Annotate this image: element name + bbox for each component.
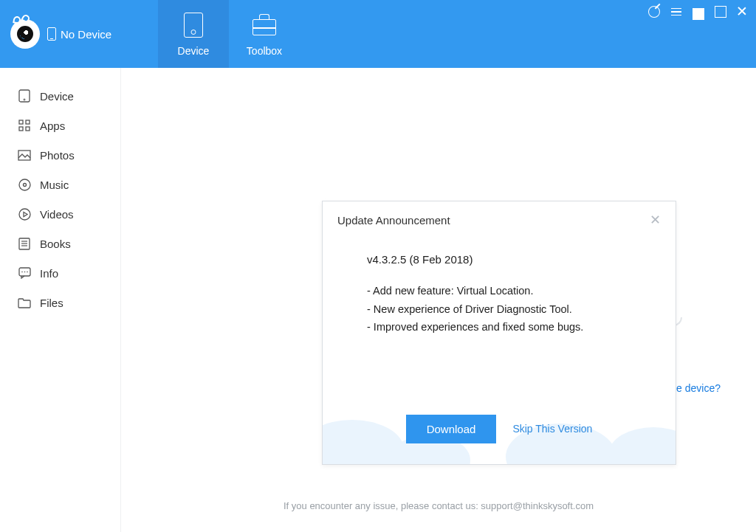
window-controls: [648, 6, 749, 18]
music-icon: [18, 178, 31, 191]
sidebar-item-photos[interactable]: Photos: [0, 140, 120, 170]
svg-rect-2: [19, 120, 23, 124]
tab-label: Device: [178, 45, 210, 57]
svg-rect-4: [19, 127, 23, 131]
menu-icon[interactable]: [670, 6, 682, 18]
tab-device[interactable]: Device: [158, 0, 229, 68]
svg-point-16: [21, 272, 23, 273]
download-button[interactable]: Download: [406, 415, 497, 443]
minimize-button[interactable]: [693, 6, 704, 18]
sidebar-item-label: Files: [40, 297, 63, 309]
sidebar-item-label: Apps: [40, 120, 65, 132]
modal-version: v4.3.2.5 (8 Feb 2018): [367, 253, 631, 266]
phone-icon: [47, 27, 56, 41]
svg-point-17: [24, 272, 25, 273]
svg-point-8: [23, 183, 26, 186]
sidebar-item-apps[interactable]: Apps: [0, 111, 120, 140]
sidebar-item-music[interactable]: Music: [0, 170, 120, 199]
svg-marker-10: [24, 212, 27, 216]
update-modal: Update Announcement ✕ v4.3.2.5 (8 Feb 20…: [322, 201, 676, 465]
sidebar: Device Apps Photos Music Videos Books In…: [0, 68, 121, 532]
tab-label: Toolbox: [247, 45, 282, 57]
svg-point-1: [24, 99, 25, 100]
header-tabs: Device Toolbox: [158, 0, 300, 68]
modal-title: Update Announcement: [337, 214, 450, 227]
release-note: - Add new feature: Virtual Location.: [367, 282, 631, 300]
svg-rect-5: [26, 127, 30, 131]
footer-text: If you encounter any issue, please conta…: [121, 500, 756, 511]
device-status: No Device: [47, 27, 111, 41]
release-note: - Improved experiences and fixed some bu…: [367, 318, 631, 336]
videos-icon: [18, 207, 31, 221]
sidebar-item-info[interactable]: Info: [0, 258, 120, 288]
info-icon: [18, 266, 31, 280]
photos-icon: [18, 148, 31, 162]
sidebar-item-label: Videos: [40, 208, 74, 221]
svg-point-18: [27, 272, 28, 273]
sidebar-item-label: Music: [40, 179, 69, 191]
svg-point-9: [19, 209, 30, 220]
modal-release-notes: - Add new feature: Virtual Location. - N…: [367, 282, 631, 336]
sidebar-item-videos[interactable]: Videos: [0, 199, 120, 229]
sidebar-item-books[interactable]: Books: [0, 229, 120, 258]
device-status-label: No Device: [61, 28, 111, 41]
modal-close-button[interactable]: ✕: [650, 213, 661, 227]
sidebar-item-device[interactable]: Device: [0, 81, 120, 111]
device-icon: [18, 89, 31, 103]
release-note: - New experience of Driver Diagnostic To…: [367, 300, 631, 319]
skip-version-link[interactable]: Skip This Version: [512, 423, 592, 435]
key-icon[interactable]: [648, 6, 660, 18]
maximize-button[interactable]: [715, 6, 726, 18]
sidebar-item-label: Books: [40, 238, 71, 250]
device-tab-icon: [184, 13, 203, 38]
header-left: No Device: [0, 0, 158, 68]
sidebar-item-label: Photos: [40, 149, 75, 162]
sidebar-item-files[interactable]: Files: [0, 288, 120, 317]
apps-icon: [18, 119, 31, 132]
app-logo-icon: [10, 19, 40, 49]
svg-point-7: [19, 179, 30, 190]
main-content: ? Cannot recognize the device? If you en…: [121, 68, 756, 532]
app-header: No Device Device Toolbox: [0, 0, 756, 68]
svg-rect-6: [18, 151, 30, 160]
tab-toolbox[interactable]: Toolbox: [229, 0, 300, 68]
books-icon: [18, 237, 31, 250]
svg-rect-3: [26, 120, 30, 124]
sidebar-item-label: Info: [40, 267, 58, 280]
toolbox-tab-icon: [252, 19, 276, 35]
files-icon: [18, 296, 31, 309]
close-button[interactable]: [737, 6, 749, 18]
sidebar-item-label: Device: [40, 90, 74, 103]
